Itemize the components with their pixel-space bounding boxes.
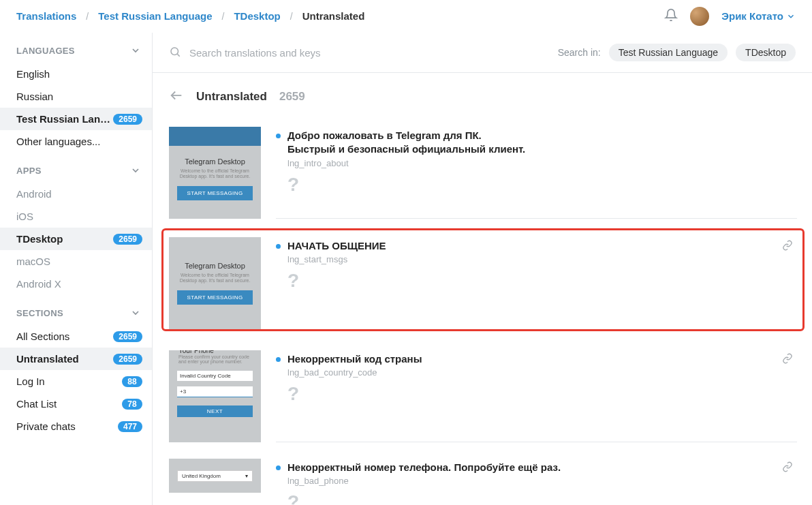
sidebar-item-label: Android X: [16, 278, 61, 290]
item-key: lng_bad_phone: [287, 476, 797, 486]
count-badge: 2659: [113, 331, 142, 342]
sidebar-item-section[interactable]: Private chats477: [0, 415, 152, 438]
sidebar-item-section[interactable]: Chat List78: [0, 393, 152, 415]
sidebar-item-app[interactable]: iOS: [0, 205, 152, 228]
sidebar-item-label: macOS: [16, 256, 50, 267]
chevron-down-icon: [130, 307, 141, 318]
translation-item[interactable]: Telegram DesktopWelcome to the official …: [169, 120, 797, 219]
chevron-down-icon: [130, 45, 141, 56]
preview-thumbnail[interactable]: United Kingdom▾: [169, 459, 261, 493]
sidebar-item-language[interactable]: English: [0, 63, 152, 85]
sections-header[interactable]: SECTIONS: [0, 295, 152, 325]
permalink-icon[interactable]: [782, 461, 793, 474]
search-pill-app[interactable]: TDesktop: [736, 44, 796, 61]
sidebar-item-label: Log In: [16, 376, 45, 387]
count-badge: 88: [122, 376, 142, 387]
breadcrumb-current: Untranslated: [302, 10, 365, 22]
count-badge: 2659: [113, 114, 142, 125]
sidebar: LANGUAGES EnglishRussianTest Russian Lan…: [0, 33, 153, 505]
sidebar-item-section[interactable]: All Sections2659: [0, 325, 152, 348]
count-badge: 477: [118, 421, 142, 432]
item-title: Добро пожаловать в Telegram для ПК.Быстр…: [287, 129, 525, 157]
item-key: lng_intro_about: [287, 158, 797, 168]
sidebar-item-label: Private chats: [16, 420, 76, 432]
svg-point-0: [171, 48, 178, 55]
missing-translation-icon: ?: [287, 270, 797, 292]
item-key: lng_bad_country_code: [287, 367, 797, 378]
preview-thumbnail[interactable]: Your PhonePlease confirm your country co…: [169, 350, 261, 442]
permalink-icon[interactable]: [782, 353, 793, 366]
preview-thumbnail[interactable]: Telegram DesktopWelcome to the official …: [169, 237, 261, 329]
sidebar-item-language[interactable]: Test Russian Langua...2659: [0, 108, 152, 130]
apps-header[interactable]: APPS: [0, 153, 152, 183]
search-bar: Search in: Test Russian Language TDeskto…: [153, 33, 812, 73]
sidebar-item-label: All Sections: [16, 331, 69, 342]
sidebar-item-language[interactable]: Russian: [0, 85, 152, 108]
sidebar-item-label: Test Russian Langua...: [16, 113, 112, 125]
missing-translation-icon: ?: [287, 491, 797, 505]
notifications-icon[interactable]: [664, 8, 678, 24]
translation-item[interactable]: Telegram DesktopWelcome to the official …: [161, 228, 805, 331]
sidebar-item-label: iOS: [16, 211, 33, 222]
status-dot: [276, 244, 281, 249]
sidebar-item-app[interactable]: Android X: [0, 273, 152, 295]
sidebar-item-label: Chat List: [16, 398, 57, 410]
search-pill-lang[interactable]: Test Russian Language: [609, 44, 728, 61]
translation-item[interactable]: United Kingdom▾Некорректный номер телефо…: [169, 452, 797, 505]
sidebar-item-label: Other languages...: [16, 136, 100, 147]
permalink-icon[interactable]: [782, 240, 793, 253]
search-icon: [169, 46, 181, 60]
item-key: lng_start_msgs: [287, 254, 797, 264]
status-dot: [276, 465, 281, 470]
breadcrumb-root[interactable]: Translations: [16, 10, 76, 22]
item-title: НАЧАТЬ ОБЩЕНИЕ: [287, 239, 386, 253]
item-title: Некорректный код страны: [287, 352, 422, 366]
sidebar-item-label: Untranslated: [16, 353, 79, 365]
chevron-down-icon: [130, 165, 141, 176]
page-count: 2659: [279, 90, 305, 104]
missing-translation-icon: ?: [287, 383, 797, 405]
back-arrow-icon[interactable]: [169, 88, 184, 105]
avatar[interactable]: [690, 7, 709, 26]
breadcrumb-app[interactable]: TDesktop: [234, 10, 280, 22]
sidebar-item-label: Russian: [16, 91, 53, 102]
chevron-down-icon: [786, 12, 796, 21]
sidebar-item-label: English: [16, 68, 50, 80]
search-in-label: Search in:: [558, 47, 601, 58]
count-badge: 78: [122, 399, 142, 410]
preview-thumbnail[interactable]: Telegram DesktopWelcome to the official …: [169, 127, 261, 219]
count-badge: 2659: [113, 234, 142, 245]
sidebar-item-label: TDesktop: [16, 233, 63, 245]
count-badge: 2659: [113, 354, 142, 365]
item-title: Некорректный номер телефона. Попробуйте …: [287, 461, 561, 474]
status-dot: [276, 357, 281, 362]
missing-translation-icon: ?: [287, 174, 797, 196]
status-dot: [276, 134, 281, 138]
search-input[interactable]: [189, 47, 550, 59]
breadcrumb-lang[interactable]: Test Russian Language: [98, 10, 212, 22]
breadcrumb: Translations / Test Russian Language / T…: [16, 10, 664, 22]
svg-line-1: [177, 54, 179, 56]
sidebar-item-label: Android: [16, 188, 52, 200]
sidebar-item-section[interactable]: Log In88: [0, 370, 152, 393]
sidebar-item-app[interactable]: Android: [0, 183, 152, 205]
languages-header[interactable]: LANGUAGES: [0, 33, 152, 63]
sidebar-item-app[interactable]: TDesktop2659: [0, 228, 152, 250]
translation-item[interactable]: Your PhonePlease confirm your country co…: [169, 343, 797, 442]
page-title: Untranslated: [196, 90, 267, 104]
user-menu[interactable]: Эрик Котато: [721, 10, 796, 22]
sidebar-item-app[interactable]: macOS: [0, 250, 152, 273]
sidebar-item-language[interactable]: Other languages...: [0, 130, 152, 153]
sidebar-item-section[interactable]: Untranslated2659: [0, 348, 152, 370]
